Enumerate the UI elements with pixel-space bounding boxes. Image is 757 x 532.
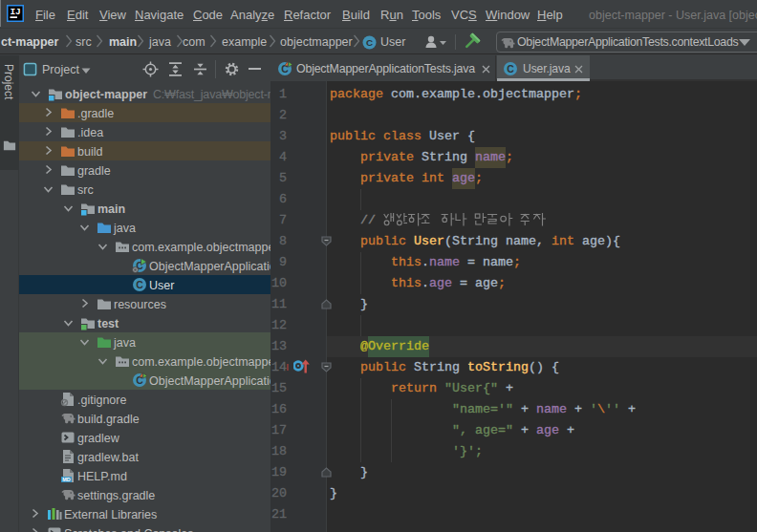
svg-text:MD: MD: [62, 477, 71, 482]
svg-text:C: C: [366, 37, 373, 48]
svg-text:C: C: [136, 279, 143, 290]
svg-text:C: C: [507, 63, 514, 74]
svg-text:IJ: IJ: [10, 7, 20, 17]
